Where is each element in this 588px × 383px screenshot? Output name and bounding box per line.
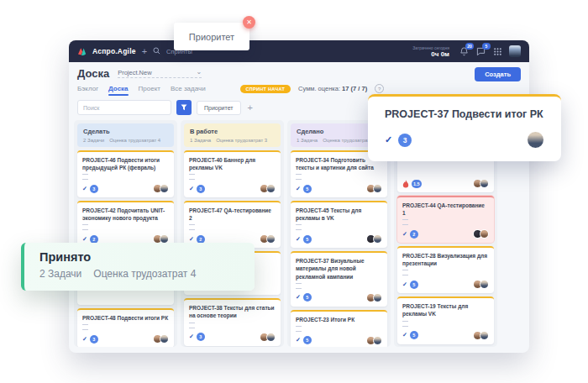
task-card[interactable]: PROJECT-28 Визуализация для презентации … <box>397 246 494 293</box>
card-footer: ✓ 3 <box>82 184 169 193</box>
create-button[interactable]: Создать <box>475 67 521 81</box>
task-card[interactable]: PROJECT-46 Подвести итоги предыдущей РК … <box>77 150 174 197</box>
help-icon[interactable]: ? <box>375 84 384 93</box>
task-card[interactable]: PROJECT-47 QA-тестирование 2 ✓ 2 <box>184 201 281 248</box>
card-footer: ✓ 3 <box>189 184 276 193</box>
card-footer: ✓ 3 <box>189 333 276 342</box>
card-footer: ✓ 5 <box>402 280 489 289</box>
description-icon <box>189 323 195 328</box>
estimate-badge: 2 <box>410 230 418 239</box>
assignee-avatars <box>366 336 382 345</box>
check-icon: ✓ <box>402 281 407 288</box>
add-filter-icon[interactable]: + <box>248 102 253 113</box>
description-icon <box>296 326 302 332</box>
task-card[interactable]: PROJECT-42 Подсчитать UNIT-экономику нов… <box>77 201 174 248</box>
app-logo-icon <box>77 47 87 56</box>
column-task-count: 2 Задачи <box>83 138 104 143</box>
assignee-avatars <box>260 184 276 193</box>
callout-title: Принято <box>39 250 239 264</box>
avatar <box>373 336 382 345</box>
check-icon: ✓ <box>296 236 301 243</box>
column-header: Сделать 2 Задачи Оценка трудозатрат 4 <box>77 123 174 147</box>
assignee-avatars <box>473 280 489 289</box>
description-icon <box>189 224 195 230</box>
column-estimate: Оценка трудозатрат 4 <box>109 138 160 143</box>
description-icon <box>82 224 88 230</box>
assignee-avatars <box>153 184 169 193</box>
check-icon: ✓ <box>82 336 87 343</box>
time-label: Затрачено сегодня <box>412 45 449 50</box>
score-summary: Сумм. оценка: 17 (7 / 7) <box>298 85 367 92</box>
check-icon: ✓ <box>189 236 194 243</box>
filter-button[interactable] <box>176 100 192 115</box>
card-footer: ✓ 2 <box>402 229 489 239</box>
tab-project[interactable]: Проект <box>139 85 160 92</box>
tab-all-tasks[interactable]: Все задачи <box>171 85 206 92</box>
priority-filter-chip[interactable]: Приоритет <box>197 101 241 115</box>
search-input[interactable] <box>77 100 171 115</box>
task-title: PROJECT-37 Визуальные материалы для ново… <box>296 257 382 280</box>
tab-backlog[interactable]: Бэклог <box>77 85 98 92</box>
task-card[interactable]: PROJECT-23 Итоги РК ✓ 5 <box>291 310 387 347</box>
task-title: PROJECT-28 Визуализация для презентации <box>402 252 489 267</box>
sprint-status-badge: СПРИНТ НАЧАТ <box>240 85 291 93</box>
card-footer: ✓ 5 <box>296 336 382 345</box>
task-title: PROJECT-47 QA-тестирование 2 <box>189 207 276 222</box>
close-icon[interactable]: ✕ <box>243 16 255 29</box>
user-avatar[interactable] <box>509 45 521 57</box>
check-icon: ✓ <box>296 294 301 301</box>
avatar <box>266 333 276 342</box>
task-title: PROJECT-40 Баннер для рекламы VK <box>189 156 276 171</box>
assignee-avatars <box>473 179 489 188</box>
task-title: PROJECT-46 Подвести итоги предыдущей РК … <box>82 156 169 171</box>
apps-button[interactable] <box>492 46 503 57</box>
card-footer: ✓ 5 <box>402 331 489 340</box>
check-icon: ✓ <box>82 186 87 192</box>
card-footer: 1.5 <box>402 179 489 188</box>
task-card[interactable]: PROJECT-40 Баннер для рекламы VK ✓ 3 <box>184 150 281 197</box>
assignee-avatars <box>366 293 382 302</box>
description-icon <box>189 174 195 180</box>
assignee-avatars <box>366 184 382 193</box>
chevron-down-icon: ⌄ <box>196 71 202 74</box>
description-icon <box>296 224 302 230</box>
callout-task-title: PROJECT-37 Подвести итог РК <box>385 108 544 120</box>
tab-board[interactable]: Доска <box>108 85 128 92</box>
project-dropdown[interactable]: Project.New ⌄ <box>118 69 202 78</box>
estimate-badge: 5 <box>410 331 418 339</box>
task-title: PROJECT-48 Подвести итоги РК <box>82 314 169 322</box>
check-icon: ✓ <box>402 332 407 338</box>
column-estimate: Оценка трудозатрат 3 <box>323 138 374 143</box>
task-card[interactable]: PROJECT-37 Визуальные материалы для ново… <box>291 251 387 306</box>
task-card[interactable]: PROJECT-38 Тексты для статьи на основе т… <box>184 298 281 345</box>
avatar <box>160 184 169 193</box>
avatar <box>480 331 489 340</box>
task-title: PROJECT-23 Итоги РК <box>296 316 382 323</box>
task-card[interactable]: PROJECT-19 Тексты для рекламы VK ✓ 5 <box>397 296 494 344</box>
avatar <box>373 234 382 244</box>
avatar <box>266 184 276 193</box>
search-icon[interactable] <box>153 47 160 56</box>
add-icon[interactable]: + <box>142 47 147 56</box>
score-label: Сумм. оценка: <box>298 85 340 92</box>
check-icon: ✓ <box>402 231 407 238</box>
task-title: PROJECT-38 Тексты для статьи на основе т… <box>189 304 276 319</box>
stage: Аспро.Agile + Спринты Затрачено сегодня … <box>0 0 588 383</box>
messages-button[interactable]: 5 <box>475 46 486 57</box>
description-icon <box>402 270 408 275</box>
page-title: Доска <box>77 67 109 80</box>
column-meta: 2 Задачи Оценка трудозатрат 4 <box>83 138 168 143</box>
task-card[interactable]: PROJECT-44 QA-тестирование 1 ✓ 2 <box>397 196 494 243</box>
avatar <box>480 179 489 188</box>
project-name: Project.New <box>118 69 151 76</box>
callout-estimate: Оценка трудозатрат 4 <box>93 268 196 280</box>
task-card[interactable]: PROJECT-48 Подвести итоги РК ✓ 3 <box>77 308 174 347</box>
notifications-button[interactable]: 20 <box>459 46 470 57</box>
task-card-callout[interactable]: PROJECT-37 Подвести итог РК ✓ 3 <box>368 94 561 161</box>
description-icon <box>402 219 408 225</box>
avatar <box>373 293 382 302</box>
time-tracker: Затрачено сегодня 0ч 0м <box>412 45 449 58</box>
estimate-badge: 1.5 <box>412 180 422 188</box>
task-card[interactable]: PROJECT-45 Тексты для рекламы в VK ✓ 5 <box>291 201 387 248</box>
check-icon: ✓ <box>385 134 392 145</box>
